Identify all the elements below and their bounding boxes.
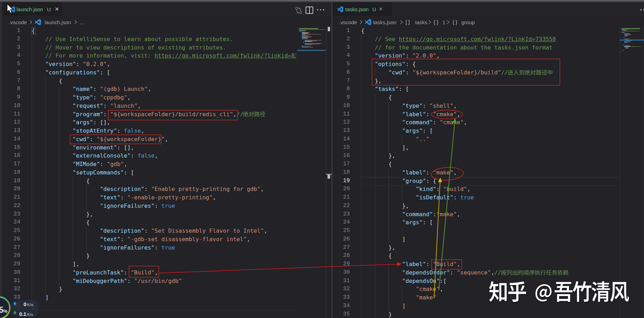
svg-text:0: 0	[23, 302, 26, 307]
svg-text:K/s: K/s	[27, 312, 33, 317]
svg-text:K/s: K/s	[27, 303, 33, 307]
svg-text:0.1: 0.1	[19, 311, 26, 317]
